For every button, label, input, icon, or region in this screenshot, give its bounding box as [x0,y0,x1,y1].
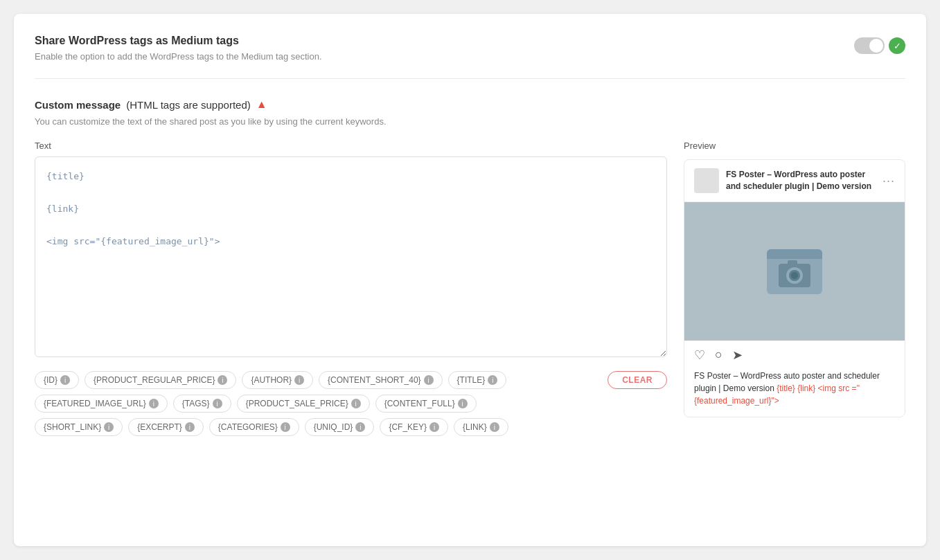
preview-card-title: FS Poster – WordPress auto poster and sc… [726,169,876,192]
section-title: Custom message (HTML tags are supported)… [35,98,905,111]
preview-image-area [684,202,905,341]
tag-featured-image-url-info-icon[interactable]: i [149,399,159,408]
tag-id[interactable]: {ID} i [35,371,79,389]
left-panel: Text {title} {link} <img src="{featured_… [35,141,667,442]
section-title-text: Custom message [35,99,121,111]
preview-actions: ♡ ○ ➤ [684,341,905,367]
caption-keyword-title: {title} [777,383,795,393]
tag-short-link-info-icon[interactable]: i [104,422,114,432]
right-panel: Preview FS Poster – WordPress auto poste… [684,141,905,442]
page-container: Share WordPress tags as Medium tags Enab… [14,14,926,546]
tag-link-info-icon[interactable]: i [490,422,499,432]
preview-card: FS Poster – WordPress auto poster and sc… [684,159,905,417]
wordpress-tags-toggle[interactable] [854,37,885,54]
caption-keyword-link: {link} [797,383,815,393]
tag-content-short-40-info-icon[interactable]: i [424,375,434,385]
tags-row-2: {FEATURED_IMAGE_URL} i {TAGS} i {PRODUCT… [35,395,667,413]
tag-uniq-id[interactable]: {UNIQ_ID} i [305,418,375,436]
svg-point-6 [791,272,798,279]
section-subtitle: You can customize the text of the shared… [35,116,905,127]
tags-container: {ID} i {PRODUCT_REGULAR_PRICE} i {AUTHOR… [35,371,667,436]
tag-product-sale-price-info-icon[interactable]: i [351,399,361,408]
tag-content-full-info-icon[interactable]: i [458,399,468,408]
tag-content-full[interactable]: {CONTENT_FULL} i [375,395,477,413]
tags-row-3: {SHORT_LINK} i {EXCERPT} i {CATEGORIES} … [35,418,667,436]
tag-tags-info-icon[interactable]: i [213,399,222,408]
toggle-container: ✓ [854,37,905,54]
heart-icon[interactable]: ♡ [694,347,705,363]
tag-cf-key-info-icon[interactable]: i [429,422,439,432]
tag-content-short-40[interactable]: {CONTENT_SHORT_40} i [319,371,443,389]
svg-rect-2 [767,255,822,259]
tag-short-link[interactable]: {SHORT_LINK} i [35,418,123,436]
svg-rect-7 [788,260,797,265]
main-content: Text {title} {link} <img src="{featured_… [35,141,905,442]
comment-icon[interactable]: ○ [715,347,722,363]
top-section-text: Share WordPress tags as Medium tags Enab… [35,35,322,62]
tag-title[interactable]: {TITLE} i [448,371,507,389]
tag-product-regular-price-info-icon[interactable]: i [218,375,227,385]
camera-icon [763,246,826,298]
chevron-up-icon[interactable]: ▲ [256,98,267,111]
preview-caption: FS Poster – WordPress auto poster and sc… [684,367,905,417]
message-text-editor[interactable]: {title} {link} <img src="{featured_image… [35,156,667,357]
tag-uniq-id-info-icon[interactable]: i [355,422,365,432]
top-title: Share WordPress tags as Medium tags [35,35,322,47]
custom-message-section: Custom message (HTML tags are supported)… [35,98,905,442]
tag-cf-key[interactable]: {CF_KEY} i [380,418,448,436]
tag-id-info-icon[interactable]: i [60,375,70,385]
top-description: Enable the option to add the WordPress t… [35,51,322,62]
toggle-knob [869,39,883,53]
tag-categories-info-icon[interactable]: i [281,422,290,432]
tag-author[interactable]: {AUTHOR} i [242,371,313,389]
top-section: Share WordPress tags as Medium tags Enab… [35,35,905,79]
tag-excerpt[interactable]: {EXCERPT} i [128,418,204,436]
clear-button[interactable]: CLEAR [608,371,667,389]
html-note: (HTML tags are supported) [126,99,251,111]
tag-featured-image-url[interactable]: {FEATURED_IMAGE_URL} i [35,395,168,413]
tag-tags[interactable]: {TAGS} i [173,395,231,413]
preview-dots-icon[interactable]: ··· [883,174,895,188]
tag-title-info-icon[interactable]: i [488,375,497,385]
tag-product-regular-price[interactable]: {PRODUCT_REGULAR_PRICE} i [85,371,236,389]
tag-link[interactable]: {LINK} i [454,418,508,436]
share-icon[interactable]: ➤ [732,347,743,363]
text-label: Text [35,141,667,151]
preview-header: FS Poster – WordPress auto poster and sc… [684,160,905,202]
tag-excerpt-info-icon[interactable]: i [185,422,195,432]
tag-categories[interactable]: {CATEGORIES} i [209,418,299,436]
toggle-check-badge: ✓ [889,37,905,54]
tags-row-1: {ID} i {PRODUCT_REGULAR_PRICE} i {AUTHOR… [35,371,667,389]
preview-avatar [694,168,719,193]
tag-author-info-icon[interactable]: i [294,375,304,385]
tag-product-sale-price[interactable]: {PRODUCT_SALE_PRICE} i [237,395,370,413]
preview-label: Preview [684,141,905,151]
